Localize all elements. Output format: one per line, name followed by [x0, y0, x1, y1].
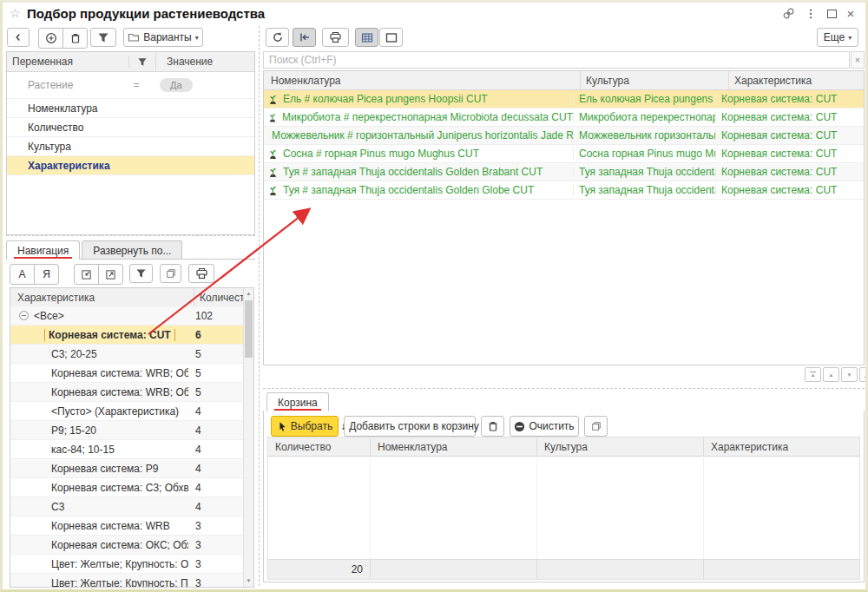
scrollbar-thumb[interactable]: [245, 300, 253, 358]
get-link-icon[interactable]: [782, 7, 798, 21]
chevron-down-icon: ▾: [195, 34, 199, 42]
basket-footer: 20: [268, 559, 859, 579]
maximize-icon[interactable]: [824, 7, 839, 21]
column-header-characteristic[interactable]: Характеристика: [703, 437, 859, 456]
variants-button[interactable]: Варианты ▾: [123, 28, 203, 47]
column-header-culture[interactable]: Культура: [580, 71, 728, 89]
back-button[interactable]: [7, 28, 30, 47]
tree-expander-icon[interactable]: [19, 311, 29, 320]
tree-print-button[interactable]: [188, 264, 214, 283]
nomenclature-row[interactable]: Туя # западная Thuja occidentalis Golden…: [264, 163, 864, 181]
tree-row[interactable]: Р9; 15-20 4: [10, 421, 244, 440]
go-first-button[interactable]: ▲: [805, 367, 821, 382]
column-header-value[interactable]: Значение: [156, 56, 254, 68]
search-clear-button[interactable]: ×: [851, 51, 865, 69]
nomenclature-header: Номенклатура Культура Характеристика: [264, 71, 864, 90]
scroll-down-icon[interactable]: ▼: [244, 576, 253, 587]
tree-row[interactable]: Корневая система: WRB; Обхват ... 5: [10, 383, 244, 402]
column-header-characteristic[interactable]: Характеристика: [10, 292, 194, 304]
clear-button[interactable]: Очистить: [510, 416, 579, 437]
column-header-culture[interactable]: Культура: [536, 437, 703, 456]
basket-body-empty[interactable]: [268, 456, 859, 560]
tree-row[interactable]: Корневая система: Р9 4: [10, 459, 244, 478]
collapse-expand-group: [74, 264, 123, 285]
left-tab[interactable]: Навигация: [6, 240, 80, 260]
tree-row[interactable]: Цвет: Желтые; Крупность: Отклон... 3: [10, 555, 244, 574]
tree-row-label: Корневая система: Р9: [34, 463, 188, 475]
column-header-quantity[interactable]: Количество: [268, 437, 370, 456]
nomenclature-row[interactable]: Можжевельник # горизонтальный Juniperus …: [264, 127, 864, 145]
collapse-all-button[interactable]: [74, 264, 99, 285]
basket-tab-bar: Корзина: [266, 391, 331, 411]
basket-delete-button[interactable]: [481, 416, 504, 437]
parameter-row[interactable]: Номенклатура: [7, 99, 254, 118]
refresh-button[interactable]: [266, 28, 289, 47]
tree-row[interactable]: Корневая система: WRB 3: [10, 516, 244, 536]
tree-row-count: 3: [188, 558, 244, 570]
nomenclature-row[interactable]: Сосна # горная Pinus mugo Mughus CUT Сос…: [264, 145, 864, 163]
scroll-up-icon[interactable]: ▲: [244, 288, 253, 299]
parameter-row[interactable]: Характеристика: [7, 156, 254, 175]
print-button[interactable]: [322, 28, 349, 47]
column-header-variable[interactable]: Переменная: [7, 56, 129, 68]
left-horizontal-splitter[interactable]: [6, 235, 255, 236]
copy-settings-button[interactable]: [160, 264, 181, 283]
left-tab[interactable]: Развернуть по...: [82, 240, 182, 260]
go-previous-button[interactable]: ▲: [823, 367, 839, 382]
basket-copy-button[interactable]: [584, 416, 608, 437]
left-tab-bar: Навигация Развернуть по...: [6, 239, 184, 260]
plant-item-icon: [267, 167, 279, 178]
nomenclature-row[interactable]: Туя # западная Thuja occidentalis Golden…: [264, 181, 864, 200]
tree-row[interactable]: Корневая система: ОКС; Обхват с... 3: [10, 536, 244, 555]
tree-row[interactable]: <Все> 102: [10, 306, 244, 326]
tree-row-label: <Все>: [34, 310, 188, 322]
expand-all-button[interactable]: [98, 264, 123, 285]
nomenclature-row[interactable]: Ель # колючая Picea pungens Hoopsii CUT …: [264, 90, 864, 109]
dock-panel-button[interactable]: [293, 28, 316, 47]
filter-button[interactable]: [90, 28, 116, 47]
close-icon[interactable]: ×: [843, 7, 858, 21]
tree-row-count: 4: [188, 463, 244, 475]
vertical-splitter[interactable]: [259, 26, 260, 586]
window-view-button[interactable]: [379, 28, 403, 47]
parameter-value-badge[interactable]: Да: [160, 78, 193, 92]
tree-row[interactable]: Цвет: Желтые; Крупность: Прямос... 3: [10, 574, 244, 587]
tree-filter-button[interactable]: [129, 264, 153, 283]
right-horizontal-splitter[interactable]: [263, 388, 865, 389]
plant-item-icon: [267, 185, 279, 196]
window-menu-icon[interactable]: ⋮: [803, 7, 819, 21]
delete-button[interactable]: [62, 28, 88, 49]
go-next-button[interactable]: ▼: [841, 367, 858, 382]
tree-row[interactable]: Корневая система: С3; Обхват ств... 4: [10, 478, 244, 497]
select-button[interactable]: Выбрать: [271, 416, 339, 437]
tree-row[interactable]: <Пусто> (Характеристика) 4: [10, 402, 244, 421]
tree-row[interactable]: кас-84; 10-15 4: [10, 440, 244, 459]
add-button[interactable]: [38, 28, 63, 49]
tree-row[interactable]: Корневая система: WRB; Обхват ... 5: [10, 364, 244, 383]
go-last-button[interactable]: ▼: [859, 367, 868, 382]
nomenclature-culture: Туя западная Thuja occidentalis G...: [573, 166, 715, 178]
parameter-row[interactable]: Количество: [7, 118, 254, 137]
tab-basket[interactable]: Корзина: [266, 392, 329, 411]
sort-asc-button[interactable]: А: [10, 264, 35, 285]
tree-scrollbar[interactable]: ▲ ▼: [243, 288, 253, 587]
tree-header: Характеристика Количество: [10, 288, 253, 307]
tree-row[interactable]: С3; 20-25 5: [10, 345, 244, 364]
column-header-nomenclature[interactable]: Номенклатура: [264, 75, 580, 87]
nomenclature-row[interactable]: Микробиота # перекрестнопарная Microbiot…: [264, 109, 864, 127]
column-header-characteristic[interactable]: Характеристика: [728, 71, 864, 89]
table-view-button[interactable]: [355, 28, 378, 47]
sort-desc-button[interactable]: Я: [34, 264, 59, 285]
tree-row[interactable]: С3 4: [10, 497, 244, 516]
add-rows-button[interactable]: ↓ Добавить строки в корзину: [344, 416, 476, 437]
tree-row[interactable]: Корневая система: CUT 6: [10, 326, 244, 345]
filter-column-icon[interactable]: [129, 52, 156, 71]
nomenclature-characteristic: Корневая система: CUT: [715, 184, 864, 196]
nomenclature-culture: Ель колючая Picea pungens Hoopsii: [573, 93, 715, 105]
column-header-nomenclature[interactable]: Номенклатура: [370, 437, 536, 456]
parameter-row[interactable]: Культура: [7, 137, 254, 156]
more-button[interactable]: Еще ▾: [817, 28, 858, 47]
favorite-star-icon[interactable]: ☆: [10, 6, 21, 20]
search-input[interactable]: [263, 51, 850, 69]
parameter-row[interactable]: Растение = Да: [7, 72, 254, 99]
